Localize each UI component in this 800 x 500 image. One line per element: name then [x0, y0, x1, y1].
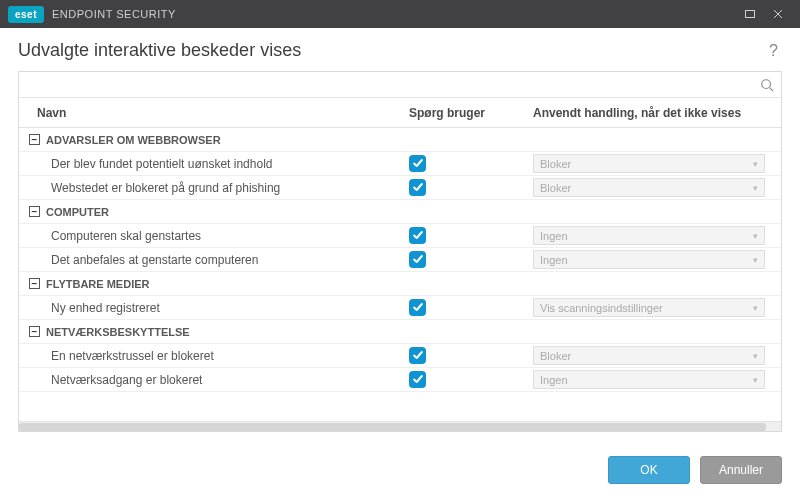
- collapse-icon[interactable]: −: [29, 206, 40, 217]
- action-select[interactable]: Bloker▾: [533, 178, 765, 197]
- setting-row: En netværkstrussel er blokeretBloker▾: [19, 344, 781, 368]
- action-select[interactable]: Bloker▾: [533, 154, 765, 173]
- ok-button[interactable]: OK: [608, 456, 690, 484]
- chevron-down-icon: ▾: [753, 255, 758, 265]
- chevron-down-icon: ▾: [753, 183, 758, 193]
- setting-label: Der blev fundet potentielt uønsket indho…: [19, 157, 409, 171]
- chevron-down-icon: ▾: [753, 159, 758, 169]
- svg-line-4: [770, 87, 774, 91]
- ask-user-checkbox[interactable]: [409, 347, 426, 364]
- search-input[interactable]: [19, 72, 753, 97]
- window-minimize-button[interactable]: [736, 0, 764, 28]
- action-select-value: Ingen: [540, 374, 568, 386]
- settings-list[interactable]: −ADVARSLER OM WEBBROWSERDer blev fundet …: [19, 128, 781, 421]
- help-button[interactable]: ?: [765, 42, 782, 60]
- ask-user-checkbox[interactable]: [409, 179, 426, 196]
- titlebar: eset ENDPOINT SECURITY: [0, 0, 800, 28]
- dialog-footer: OK Annuller: [0, 442, 800, 500]
- action-select-value: Bloker: [540, 350, 571, 362]
- group-label: COMPUTER: [46, 206, 109, 218]
- column-header-ask: Spørg bruger: [409, 106, 533, 120]
- action-select-value: Ingen: [540, 254, 568, 266]
- page-header: Udvalgte interaktive beskeder vises ?: [0, 28, 800, 71]
- ask-user-checkbox[interactable]: [409, 371, 426, 388]
- page-title: Udvalgte interaktive beskeder vises: [18, 40, 765, 61]
- action-select[interactable]: Bloker▾: [533, 346, 765, 365]
- horizontal-scrollbar-thumb[interactable]: [19, 423, 766, 431]
- search-bar: [19, 72, 781, 98]
- brand-badge: eset: [8, 6, 44, 23]
- chevron-down-icon: ▾: [753, 231, 758, 241]
- chevron-down-icon: ▾: [753, 351, 758, 361]
- action-select[interactable]: Ingen▾: [533, 370, 765, 389]
- group-label: FLYTBARE MEDIER: [46, 278, 150, 290]
- group-label: ADVARSLER OM WEBBROWSER: [46, 134, 221, 146]
- search-icon[interactable]: [753, 72, 781, 97]
- setting-label: En netværkstrussel er blokeret: [19, 349, 409, 363]
- column-header-name: Navn: [19, 106, 409, 120]
- window-close-button[interactable]: [764, 0, 792, 28]
- setting-label: Computeren skal genstartes: [19, 229, 409, 243]
- action-select[interactable]: Ingen▾: [533, 250, 765, 269]
- setting-row: Webstedet er blokeret på grund af phishi…: [19, 176, 781, 200]
- chevron-down-icon: ▾: [753, 303, 758, 313]
- action-select[interactable]: Ingen▾: [533, 226, 765, 245]
- column-headers: Navn Spørg bruger Anvendt handling, når …: [19, 98, 781, 128]
- action-select-value: Ingen: [540, 230, 568, 242]
- group-row[interactable]: −NETVÆRKSBESKYTTELSE: [19, 320, 781, 344]
- setting-label: Netværksadgang er blokeret: [19, 373, 409, 387]
- ask-user-checkbox[interactable]: [409, 155, 426, 172]
- horizontal-scrollbar[interactable]: [19, 421, 781, 431]
- group-row[interactable]: −FLYTBARE MEDIER: [19, 272, 781, 296]
- setting-row: Ny enhed registreretVis scanningsindstil…: [19, 296, 781, 320]
- setting-label: Ny enhed registreret: [19, 301, 409, 315]
- svg-rect-0: [746, 11, 755, 18]
- column-header-action: Anvendt handling, når det ikke vises: [533, 106, 781, 120]
- action-select-value: Bloker: [540, 182, 571, 194]
- action-select-value: Vis scanningsindstillinger: [540, 302, 663, 314]
- settings-panel: Navn Spørg bruger Anvendt handling, når …: [18, 71, 782, 432]
- svg-point-3: [762, 79, 771, 88]
- ask-user-checkbox[interactable]: [409, 299, 426, 316]
- action-select[interactable]: Vis scanningsindstillinger▾: [533, 298, 765, 317]
- setting-row: Netværksadgang er blokeretIngen▾: [19, 368, 781, 392]
- setting-label: Det anbefales at genstarte computeren: [19, 253, 409, 267]
- collapse-icon[interactable]: −: [29, 134, 40, 145]
- collapse-icon[interactable]: −: [29, 326, 40, 337]
- setting-row: Der blev fundet potentielt uønsket indho…: [19, 152, 781, 176]
- setting-row: Computeren skal genstartesIngen▾: [19, 224, 781, 248]
- ask-user-checkbox[interactable]: [409, 227, 426, 244]
- collapse-icon[interactable]: −: [29, 278, 40, 289]
- ask-user-checkbox[interactable]: [409, 251, 426, 268]
- cancel-button[interactable]: Annuller: [700, 456, 782, 484]
- brand-text: ENDPOINT SECURITY: [52, 8, 176, 20]
- setting-row: Det anbefales at genstarte computerenIng…: [19, 248, 781, 272]
- action-select-value: Bloker: [540, 158, 571, 170]
- group-row[interactable]: −COMPUTER: [19, 200, 781, 224]
- chevron-down-icon: ▾: [753, 375, 758, 385]
- group-row[interactable]: −ADVARSLER OM WEBBROWSER: [19, 128, 781, 152]
- setting-label: Webstedet er blokeret på grund af phishi…: [19, 181, 409, 195]
- group-label: NETVÆRKSBESKYTTELSE: [46, 326, 190, 338]
